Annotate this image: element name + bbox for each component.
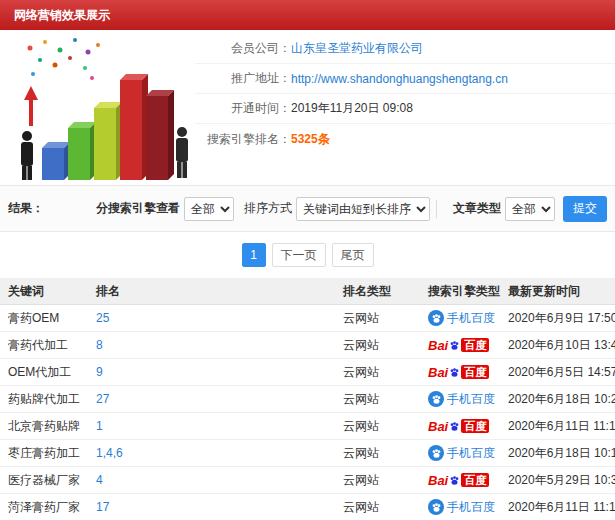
- baidu-logo-text: Bai: [428, 473, 448, 488]
- updated-cell: 2020年6月5日 14:57: [500, 364, 615, 381]
- rank-type-cell: 云网站: [335, 445, 420, 462]
- engine-cell: Bai百度: [420, 365, 500, 380]
- engine-filter-label: 分搜索引擎查看: [96, 200, 180, 217]
- page-header: 网络营销效果展示: [0, 0, 615, 30]
- updated-cell: 2020年5月29日 10:32: [500, 472, 615, 489]
- keyword-cell: 膏药OEM: [0, 310, 88, 327]
- rank-link[interactable]: 27: [96, 392, 109, 406]
- mobile-baidu-icon: [428, 445, 444, 461]
- baidu-paw-icon: [449, 421, 460, 432]
- rank-type-cell: 云网站: [335, 364, 420, 381]
- rank-link[interactable]: 4: [96, 473, 103, 487]
- info-row-url: 推广地址： http://www.shandonghuangshengtang.…: [195, 64, 615, 94]
- engine-label: 手机百度: [447, 445, 495, 462]
- businessman-right: [176, 127, 188, 178]
- rank-link[interactable]: 17: [96, 500, 109, 514]
- engine-label: 手机百度: [447, 310, 495, 327]
- table-row: 膏药OEM25云网站手机百度2020年6月9日 17:50: [0, 305, 615, 332]
- rank-count-value: 5325条: [291, 131, 330, 148]
- rank-link[interactable]: 1: [96, 419, 103, 433]
- promo-url-label: 推广地址：: [195, 70, 291, 87]
- keyword-cell: 药贴牌代加工: [0, 391, 88, 408]
- bars: [42, 74, 174, 180]
- updated-cell: 2020年6月10日 13:40: [500, 337, 615, 354]
- table-row: OEM代加工9云网站Bai百度2020年6月5日 14:57: [0, 359, 615, 386]
- next-page-button[interactable]: 下一页: [272, 243, 326, 267]
- baidu-paw-icon: [449, 367, 460, 378]
- mobile-baidu-icon: [428, 391, 444, 407]
- rank-link[interactable]: 1,4,6: [96, 446, 123, 460]
- baidu-logo: Bai百度: [428, 473, 489, 488]
- engine-cell: 手机百度: [420, 391, 500, 408]
- rank-type-cell: 云网站: [335, 391, 420, 408]
- engine-filter-select[interactable]: 全部: [184, 197, 234, 221]
- info-row-rank-count: 搜索引擎排名： 5325条: [195, 124, 615, 154]
- marketing-report-page: 网络营销效果展示: [0, 0, 615, 520]
- company-name-link[interactable]: 山东皇圣堂药业有限公司: [291, 40, 423, 57]
- mobile-baidu-icon: [428, 310, 444, 326]
- businessman-left: [21, 131, 33, 180]
- rank-link[interactable]: 9: [96, 365, 103, 379]
- rank-link[interactable]: 8: [96, 338, 103, 352]
- baidu-logo: Bai百度: [428, 338, 489, 353]
- sort-filter-select[interactable]: 关键词由短到长排序: [296, 197, 430, 221]
- baidu-logo-suffix: 百度: [461, 473, 489, 487]
- filter-divider: [436, 200, 437, 218]
- open-time-value: 2019年11月20日 09:08: [291, 100, 413, 117]
- engine-cell: 手机百度: [420, 445, 500, 462]
- table-row: 药贴牌代加工27云网站手机百度2020年6月18日 10:25: [0, 386, 615, 413]
- table-row: 医疗器械厂家4云网站Bai百度2020年5月29日 10:32: [0, 467, 615, 494]
- baidu-logo: Bai百度: [428, 365, 489, 380]
- info-row-open-time: 开通时间： 2019年11月20日 09:08: [195, 94, 615, 124]
- rank-type-cell: 云网站: [335, 472, 420, 489]
- updated-cell: 2020年6月18日 10:19: [500, 445, 615, 462]
- updated-cell: 2020年6月18日 10:25: [500, 391, 615, 408]
- header-rank-type: 排名类型: [335, 283, 420, 300]
- filter-bar: 结果： 分搜索引擎查看 全部 排序方式 关键词由短到长排序 文章类型 全部 提交: [0, 186, 615, 232]
- rank-type-cell: 云网站: [335, 310, 420, 327]
- rank-count-label: 搜索引擎排名：: [195, 131, 291, 148]
- last-page-button[interactable]: 尾页: [332, 243, 374, 267]
- engine-cell: 手机百度: [420, 499, 500, 516]
- header-update-time: 最新更新时间: [500, 283, 615, 300]
- keyword-cell: 枣庄膏药加工: [0, 445, 88, 462]
- baidu-logo-text: Bai: [428, 419, 448, 434]
- table-row: 菏泽膏药厂家17云网站手机百度2020年6月11日 11:17: [0, 494, 615, 520]
- engine-cell: 手机百度: [420, 310, 500, 327]
- rank-type-cell: 云网站: [335, 499, 420, 516]
- page-1-button[interactable]: 1: [242, 243, 266, 267]
- article-type-label: 文章类型: [453, 200, 501, 217]
- rank-type-cell: 云网站: [335, 337, 420, 354]
- keyword-cell: 膏药代加工: [0, 337, 88, 354]
- open-time-label: 开通时间：: [195, 100, 291, 117]
- company-info-fields: 会员公司： 山东皇圣堂药业有限公司 推广地址： http://www.shand…: [195, 30, 615, 185]
- engine-cell: Bai百度: [420, 338, 500, 353]
- table-row: 北京膏药贴牌1云网站Bai百度2020年6月11日 11:18: [0, 413, 615, 440]
- info-row-company: 会员公司： 山东皇圣堂药业有限公司: [195, 34, 615, 64]
- header-rank: 排名: [88, 283, 335, 300]
- engine-label: 手机百度: [447, 391, 495, 408]
- engine-cell: Bai百度: [420, 419, 500, 434]
- baidu-paw-icon: [449, 340, 460, 351]
- table-body: 膏药OEM25云网站手机百度2020年6月9日 17:50膏药代加工8云网站Ba…: [0, 305, 615, 520]
- sort-filter-label: 排序方式: [244, 200, 292, 217]
- info-section: 会员公司： 山东皇圣堂药业有限公司 推广地址： http://www.shand…: [0, 30, 615, 186]
- company-label: 会员公司：: [195, 40, 291, 57]
- header-keyword: 关键词: [0, 283, 88, 300]
- submit-button[interactable]: 提交: [563, 196, 607, 222]
- keyword-cell: 菏泽膏药厂家: [0, 499, 88, 516]
- header-engine-type: 搜索引擎类型: [420, 283, 500, 300]
- updated-cell: 2020年6月11日 11:18: [500, 418, 615, 435]
- table-header-row: 关键词 排名 排名类型 搜索引擎类型 最新更新时间: [0, 278, 615, 305]
- promo-url-link[interactable]: http://www.shandonghuangshengtang.cn: [291, 72, 508, 86]
- baidu-paw-icon: [449, 475, 460, 486]
- baidu-logo-text: Bai: [428, 338, 448, 353]
- table-row: 膏药代加工8云网站Bai百度2020年6月10日 13:40: [0, 332, 615, 359]
- rank-type-cell: 云网站: [335, 418, 420, 435]
- rank-link[interactable]: 25: [96, 311, 109, 325]
- baidu-logo: Bai百度: [428, 419, 489, 434]
- updated-cell: 2020年6月9日 17:50: [500, 310, 615, 327]
- baidu-logo-suffix: 百度: [461, 419, 489, 433]
- article-type-select[interactable]: 全部: [505, 197, 555, 221]
- mobile-baidu-icon: [428, 499, 444, 515]
